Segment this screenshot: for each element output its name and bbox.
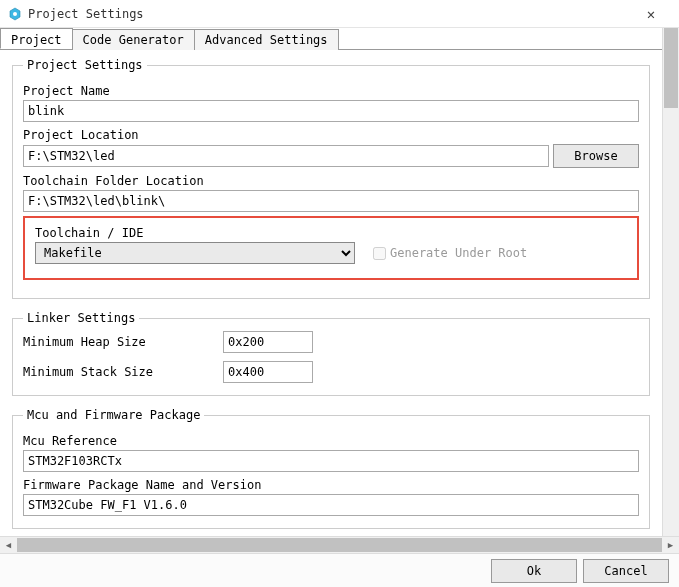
window-title: Project Settings [28, 7, 631, 21]
mcu-firmware-group: Mcu and Firmware Package Mcu Reference F… [12, 408, 650, 529]
toolchain-ide-highlight: Toolchain / IDE Makefile Generate Under … [23, 216, 639, 280]
vertical-scrollbar[interactable] [662, 28, 679, 553]
min-stack-input[interactable] [223, 361, 313, 383]
mcu-firmware-legend: Mcu and Firmware Package [23, 408, 204, 422]
firmware-package-input[interactable] [23, 494, 639, 516]
toolchain-ide-select[interactable]: Makefile [35, 242, 355, 264]
toolchain-folder-label: Toolchain Folder Location [23, 174, 639, 188]
mcu-reference-input[interactable] [23, 450, 639, 472]
ok-button[interactable]: Ok [491, 559, 577, 583]
hscroll-right-arrow[interactable]: ▶ [662, 537, 679, 553]
project-name-label: Project Name [23, 84, 639, 98]
project-settings-legend: Project Settings [23, 58, 147, 72]
main-area: Project Code Generator Advanced Settings… [0, 28, 662, 553]
hscroll-thumb[interactable] [17, 538, 662, 552]
titlebar: Project Settings ✕ [0, 0, 679, 28]
cancel-button[interactable]: Cancel [583, 559, 669, 583]
footer: Ok Cancel [0, 553, 679, 587]
linker-settings-group: Linker Settings Minimum Heap Size Minimu… [12, 311, 650, 396]
min-stack-label: Minimum Stack Size [23, 365, 223, 379]
tab-project[interactable]: Project [0, 28, 73, 49]
linker-settings-legend: Linker Settings [23, 311, 139, 325]
toolchain-folder-input[interactable] [23, 190, 639, 212]
hscroll-left-arrow[interactable]: ◀ [0, 537, 17, 553]
app-icon [8, 7, 22, 21]
generate-under-root-row: Generate Under Root [373, 246, 527, 260]
tab-advanced-settings[interactable]: Advanced Settings [194, 29, 339, 50]
firmware-package-label: Firmware Package Name and Version [23, 478, 639, 492]
horizontal-scrollbar[interactable]: ◀ ▶ [0, 536, 679, 553]
generate-under-root-checkbox [373, 247, 386, 260]
min-heap-label: Minimum Heap Size [23, 335, 223, 349]
close-icon[interactable]: ✕ [631, 6, 671, 22]
project-name-input[interactable] [23, 100, 639, 122]
mcu-reference-label: Mcu Reference [23, 434, 639, 448]
browse-button[interactable]: Browse [553, 144, 639, 168]
tab-code-generator[interactable]: Code Generator [72, 29, 195, 50]
min-heap-input[interactable] [223, 331, 313, 353]
toolchain-ide-label: Toolchain / IDE [35, 226, 627, 240]
scroll-body: Project Settings Project Name Project Lo… [0, 50, 662, 529]
project-settings-group: Project Settings Project Name Project Lo… [12, 58, 650, 299]
generate-under-root-label: Generate Under Root [390, 246, 527, 260]
content-area: Project Code Generator Advanced Settings… [0, 28, 679, 553]
vertical-scrollbar-thumb[interactable] [664, 28, 678, 108]
hscroll-track[interactable] [17, 537, 662, 553]
project-location-label: Project Location [23, 128, 639, 142]
tabs: Project Code Generator Advanced Settings [0, 28, 662, 50]
svg-point-1 [13, 12, 17, 16]
project-location-input[interactable] [23, 145, 549, 167]
